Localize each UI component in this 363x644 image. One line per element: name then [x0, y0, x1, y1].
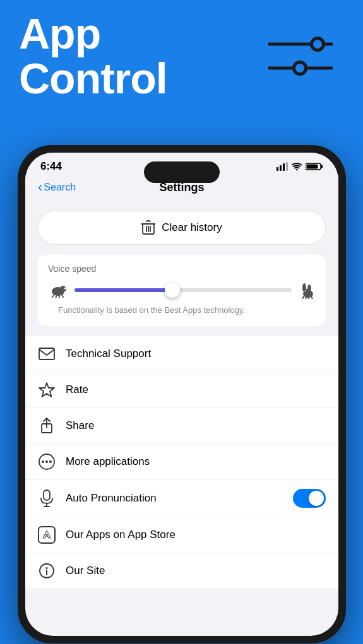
trash-icon — [141, 220, 155, 235]
clear-history-label: Clear history — [162, 221, 222, 234]
sliders-icon — [268, 32, 344, 82]
rate-icon — [38, 381, 56, 399]
svg-point-2 — [313, 40, 322, 49]
turtle-icon — [48, 283, 68, 298]
app-title: App Control — [19, 11, 167, 102]
menu-item-share[interactable]: Share — [25, 408, 338, 444]
svg-point-39 — [42, 460, 44, 463]
svg-point-5 — [295, 64, 304, 73]
phone-screen: 6:44 — [25, 153, 338, 636]
svg-rect-8 — [283, 163, 285, 171]
svg-line-33 — [311, 296, 312, 299]
svg-line-20 — [52, 295, 54, 297]
voice-speed-label: Voice speed — [48, 264, 316, 274]
svg-marker-35 — [39, 383, 54, 397]
more-applications-label: More applications — [66, 455, 326, 468]
info-icon — [38, 562, 56, 580]
back-text: Search — [44, 182, 76, 193]
svg-rect-34 — [39, 348, 54, 360]
battery-icon — [306, 162, 323, 171]
signal-icon — [277, 162, 288, 171]
appstore-a-icon — [42, 530, 52, 540]
share-label: Share — [66, 419, 326, 432]
svg-rect-9 — [286, 162, 288, 171]
svg-point-29 — [305, 290, 306, 291]
slider-row — [48, 281, 316, 299]
microphone-icon — [38, 489, 56, 507]
dynamic-island — [144, 161, 220, 183]
technical-support-icon — [38, 345, 56, 363]
svg-point-48 — [46, 567, 48, 569]
share-icon — [38, 417, 56, 435]
appstore-icon — [38, 526, 56, 544]
menu-list: Technical Support Rate — [25, 336, 338, 588]
svg-line-21 — [56, 296, 57, 298]
menu-item-more-applications[interactable]: More applications — [25, 444, 338, 480]
technical-support-label: Technical Support — [66, 348, 326, 360]
rate-label: Rate — [66, 383, 326, 396]
svg-rect-6 — [277, 167, 278, 171]
status-time: 6:44 — [40, 160, 62, 173]
menu-item-rate[interactable]: Rate — [25, 372, 338, 408]
back-button[interactable]: ‹ Search — [38, 179, 76, 196]
menu-item-auto-pronunciation[interactable]: Auto Pronunciation — [25, 480, 338, 517]
clear-history-button[interactable]: Clear history — [38, 211, 326, 245]
rabbit-icon — [298, 281, 316, 299]
slider-fill — [74, 288, 172, 292]
auto-pronunciation-toggle[interactable] — [293, 489, 326, 508]
slider-thumb — [165, 283, 180, 298]
toggle-knob — [309, 491, 324, 506]
star-icon — [39, 382, 55, 398]
phone-frame: 6:44 — [18, 145, 346, 643]
svg-rect-7 — [280, 165, 282, 171]
back-chevron: ‹ — [38, 179, 42, 196]
more-apps-icon — [38, 453, 56, 471]
svg-line-31 — [306, 298, 306, 299]
svg-line-30 — [302, 296, 304, 299]
menu-item-technical-support[interactable]: Technical Support — [25, 336, 338, 372]
our-apps-label: Our Apps on App Store — [66, 529, 326, 541]
more-icon — [39, 454, 55, 470]
voice-speed-section: Voice speed — [38, 255, 326, 326]
menu-item-our-apps[interactable]: Our Apps on App Store — [25, 517, 338, 553]
app-title-line2: Control — [19, 56, 167, 101]
our-site-label: Our Site — [66, 565, 326, 577]
svg-point-24 — [64, 288, 66, 290]
share-box-icon — [40, 418, 54, 434]
functionality-note: Functionality is based on the Best Apps … — [48, 299, 316, 317]
svg-point-28 — [304, 289, 309, 294]
svg-rect-11 — [321, 165, 323, 168]
svg-rect-42 — [44, 490, 50, 500]
info-circle-icon — [39, 563, 54, 578]
svg-point-41 — [49, 460, 52, 463]
app-title-line1: App — [19, 11, 167, 56]
svg-rect-12 — [307, 165, 318, 169]
mic-icon — [40, 489, 54, 507]
wifi-icon — [292, 162, 302, 171]
menu-item-our-site[interactable]: Our Site — [25, 553, 338, 588]
voice-speed-slider[interactable] — [74, 288, 292, 292]
appstore-box — [38, 526, 56, 544]
auto-pronunciation-label: Auto Pronunciation — [66, 492, 283, 505]
clear-history-section: Clear history — [25, 201, 338, 255]
email-icon — [39, 347, 55, 361]
svg-line-23 — [62, 295, 63, 297]
status-icons — [277, 162, 323, 171]
svg-point-40 — [45, 460, 48, 463]
